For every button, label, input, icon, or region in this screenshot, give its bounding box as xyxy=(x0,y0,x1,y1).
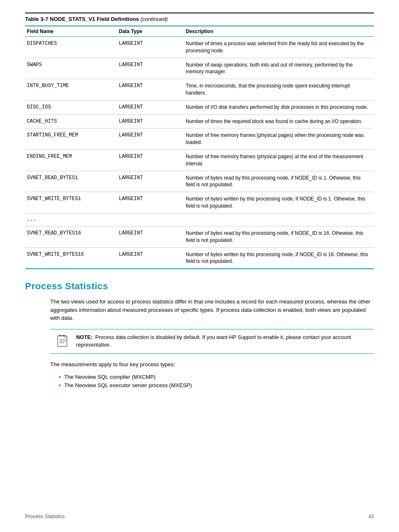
table-row: DISPATCHESLARGEINTNumber of times a proc… xyxy=(25,37,374,58)
col-header-data-type: Data Type xyxy=(117,26,184,37)
table-row: INTR_BUSY_TIMELARGEINTTime, in microseco… xyxy=(25,79,374,100)
bullet-list: The Neoview SQL compiler (MXCMP)The Neov… xyxy=(50,373,374,391)
svg-rect-1 xyxy=(59,335,61,337)
col-header-field-name: Field Name xyxy=(25,26,117,37)
process-statistics-section: Process Statistics The two views used fo… xyxy=(25,281,374,390)
description-cell: Number of bytes read by this processing … xyxy=(184,171,374,192)
table-row: STARTING_FREE_MEMLARGEINTNumber of free … xyxy=(25,129,374,150)
table-continued: (continued) xyxy=(141,16,168,22)
data-type-cell: LARGEINT xyxy=(117,58,184,79)
field-name-cell: ENDING_FREE_MEM xyxy=(25,149,117,171)
field-name-cell: DISPATCHES xyxy=(25,37,117,58)
process-statistics-heading: Process Statistics xyxy=(25,281,374,292)
data-type-cell: LARGEINT xyxy=(117,114,184,129)
data-type-cell: LARGEINT xyxy=(117,171,184,192)
notepad-icon: ✎ xyxy=(56,334,70,348)
description-cell: Number of bytes written by this processi… xyxy=(184,192,374,213)
note-icon: ✎ xyxy=(55,334,70,349)
field-definitions-table: Field Name Data Type Description DISPATC… xyxy=(25,26,374,269)
table-row: SWAPSLARGEINTNumber of swap operations, … xyxy=(25,58,374,79)
table-section: Table 3-7 NODE_STATS_V1 Field Definition… xyxy=(25,13,374,269)
field-name-cell: CACHE_HITS xyxy=(25,114,117,129)
data-type-cell: LARGEINT xyxy=(117,129,184,150)
field-name-cell: INTR_BUSY_TIME xyxy=(25,79,117,100)
svg-text:✎: ✎ xyxy=(64,335,67,339)
field-name-cell: SVNET_WRITE_BYTES16 xyxy=(25,247,117,269)
table-number: Table 3-7 NODE_STATS_V1 Field Definition… xyxy=(25,16,139,22)
description-cell: Number of I/O disk transfers performed b… xyxy=(184,100,374,114)
description-cell: Number of swap operations, both into and… xyxy=(184,58,374,79)
note-box: ✎ NOTE: Process data collection is disab… xyxy=(50,329,374,354)
page-footer: Process Statistics 43 xyxy=(25,514,374,519)
note-body: Process data collection is disabled by d… xyxy=(76,334,351,348)
field-name-cell: DISC_IOS xyxy=(25,100,117,114)
table-header-row: Field Name Data Type Description xyxy=(25,26,374,37)
footer-page-number: 43 xyxy=(368,514,374,519)
description-cell xyxy=(184,213,374,226)
footer-section-label: Process Statistics xyxy=(25,514,65,519)
field-name-cell: SVNET_WRITE_BYTES1 xyxy=(25,192,117,213)
description-cell: Time, in microseconds, that the processi… xyxy=(184,79,374,100)
data-type-cell: LARGEINT xyxy=(117,247,184,269)
data-type-cell: LARGEINT xyxy=(117,149,184,171)
field-name-cell: ... xyxy=(25,213,117,226)
note-text: NOTE: Process data collection is disable… xyxy=(76,334,369,350)
data-type-cell: LARGEINT xyxy=(117,37,184,58)
data-type-cell: LARGEINT xyxy=(117,192,184,213)
data-type-cell: LARGEINT xyxy=(117,79,184,100)
description-cell: Number of free memory frames (physical p… xyxy=(184,149,374,171)
note-label: NOTE: xyxy=(76,334,92,340)
section-intro-text: The two views used for access to process… xyxy=(50,298,374,322)
table-row: CACHE_HITSLARGEINTNumber of times the re… xyxy=(25,114,374,129)
table-row: SVNET_READ_BYTES16LARGEINTNumber of byte… xyxy=(25,226,374,247)
table-row: ... xyxy=(25,213,374,226)
list-item: The Neoview SQL executor server process … xyxy=(59,381,374,390)
description-cell: Number of times a process was selected f… xyxy=(184,37,374,58)
data-type-cell: LARGEINT xyxy=(117,100,184,114)
description-cell: Number of free memory frames (physical p… xyxy=(184,129,374,150)
data-type-cell: LARGEINT xyxy=(117,226,184,247)
field-name-cell: SWAPS xyxy=(25,58,117,79)
description-cell: Number of bytes written by this processi… xyxy=(184,247,374,269)
table-row: SVNET_WRITE_BYTES16LARGEINTNumber of byt… xyxy=(25,247,374,269)
list-item: The Neoview SQL compiler (MXCMP) xyxy=(59,373,374,382)
col-header-description: Description xyxy=(184,26,374,37)
table-row: DISC_IOSLARGEINTNumber of I/O disk trans… xyxy=(25,100,374,114)
table-row: ENDING_FREE_MEMLARGEINTNumber of free me… xyxy=(25,149,374,171)
description-cell: Number of bytes read by this processing … xyxy=(184,226,374,247)
table-title: Table 3-7 NODE_STATS_V1 Field Definition… xyxy=(25,13,374,22)
description-cell: Number of times the required block was f… xyxy=(184,114,374,129)
data-type-cell xyxy=(117,213,184,226)
measurements-intro-text: The measurements apply to four key proce… xyxy=(50,360,374,369)
field-name-cell: STARTING_FREE_MEM xyxy=(25,129,117,150)
table-row: SVNET_READ_BYTES1LARGEINTNumber of bytes… xyxy=(25,171,374,192)
table-row: SVNET_WRITE_BYTES1LARGEINTNumber of byte… xyxy=(25,192,374,213)
field-name-cell: SVNET_READ_BYTES1 xyxy=(25,171,117,192)
field-name-cell: SVNET_READ_BYTES16 xyxy=(25,226,117,247)
section-body: The two views used for access to process… xyxy=(25,298,374,390)
